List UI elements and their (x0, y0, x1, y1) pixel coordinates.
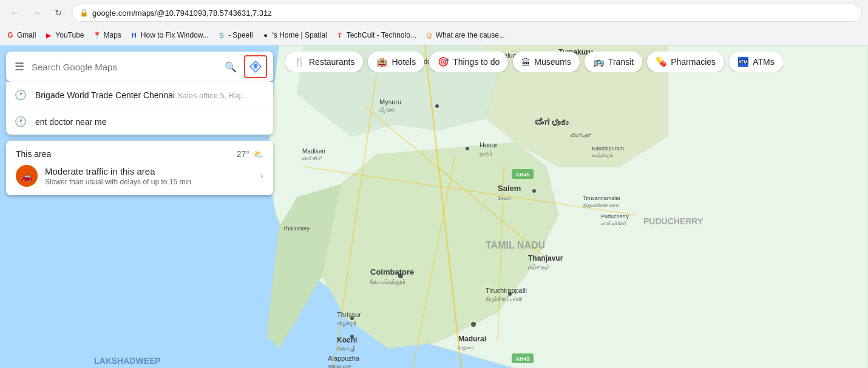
spatial-icon: ● (262, 31, 270, 39)
history-icon-0: 🕐 (15, 89, 27, 101)
hotels-icon: 🏨 (376, 56, 388, 67)
forward-button[interactable]: → (28, 4, 45, 21)
refresh-button[interactable]: ↻ (50, 4, 67, 21)
hamburger-menu-icon[interactable]: ☰ (12, 58, 27, 76)
history-icon-1: 🕐 (15, 116, 27, 127)
svg-point-18 (471, 322, 476, 327)
bookmark-gmail-label: Gmail (17, 31, 36, 39)
autocomplete-main-0: Brigade World Trade Center Chennai (35, 90, 175, 100)
svg-text:திருவண்ணாமலை: திருவண்ணாமலை (583, 202, 619, 209)
address-bar-row: ← → ↻ 🔒 google.com/maps/@10.7941093,78.5… (0, 0, 868, 25)
traffic-icon-circle: 🚗 (16, 165, 38, 187)
bookmark-howtofix[interactable]: H How to Fix Window... (130, 31, 209, 39)
svg-text:കൊച്ചി: കൊച്ചി (337, 346, 355, 352)
pill-restaurants[interactable]: 🍴 Restaurants (285, 52, 363, 72)
pill-museums[interactable]: 🏛 Museums (513, 52, 580, 72)
pill-things-to-do[interactable]: 🎯 Things to do (429, 52, 508, 72)
search-bar: ☰ 🔍 (6, 52, 273, 82)
car-icon: 🚗 (21, 170, 33, 182)
pill-museums-label: Museums (534, 57, 571, 67)
traffic-title: Moderate traffic in this area (45, 166, 253, 176)
bookmark-speeli-label: - Speeli (228, 31, 253, 39)
bookmark-youtube[interactable]: ▶ YouTube (44, 31, 84, 39)
techcult-icon: T (336, 31, 344, 39)
traffic-chevron-icon[interactable]: › (260, 170, 263, 181)
bookmark-maps[interactable]: 📍 Maps (93, 31, 121, 39)
svg-text:ആലപ്പുഴ: ആലപ്പുഴ (328, 363, 351, 368)
bookmark-whatare[interactable]: Q What are the cause... (425, 31, 505, 39)
traffic-text: Moderate traffic in this area Slower tha… (45, 166, 253, 186)
pill-transit[interactable]: 🚌 Transit (585, 52, 642, 72)
svg-text:Thalassery: Thalassery (283, 226, 310, 232)
traffic-card: This area 27° ⛅ 🚗 Moderate traffic in th… (6, 141, 273, 195)
bookmark-howtofix-label: How to Fix Window... (141, 31, 209, 39)
pill-pharmacies-label: Pharmacies (671, 57, 716, 67)
directions-icon (249, 60, 262, 73)
autocomplete-item-0[interactable]: 🕐 Brigade World Trade Center Chennai Sal… (6, 82, 273, 109)
youtube-icon: ▶ (44, 31, 53, 39)
url-text: google.com/maps/@10.7941093,78.5743631,7… (92, 8, 854, 18)
temperature-text: 27° (237, 149, 249, 159)
traffic-header: This area 27° ⛅ (16, 149, 263, 159)
pill-atms[interactable]: 🏧 ATMs (729, 52, 783, 72)
svg-point-13 (466, 147, 469, 150)
pill-atms-label: ATMs (753, 57, 775, 67)
pharmacies-icon: 💊 (656, 56, 667, 67)
bookmark-spatial[interactable]: ● 's Home | Spatial (262, 31, 327, 39)
pill-restaurants-label: Restaurants (309, 57, 354, 67)
bookmarks-row: G Gmail ▶ YouTube 📍 Maps H How to Fix Wi… (0, 25, 868, 45)
bookmark-spatial-label: 's Home | Spatial (273, 31, 327, 39)
pill-things-to-do-label: Things to do (453, 57, 500, 67)
traffic-row[interactable]: 🚗 Moderate traffic in this area Slower t… (16, 165, 263, 187)
autocomplete-sub-0: Sales office 5, Raj... (177, 91, 247, 100)
lock-icon: 🔒 (80, 8, 89, 17)
left-panel: ☰ 🔍 🕐 Brigade World Trade Center Chennai… (0, 45, 279, 201)
map-container[interactable]: Mysuru ಮೈಸೂರು Hosur ஒசூர் Salem சேலம் Co… (0, 45, 868, 368)
bookmark-gmail[interactable]: G Gmail (6, 31, 36, 39)
temp-weather: 27° ⛅ (237, 149, 263, 159)
traffic-subtitle: Slower than usual with delays of up to 1… (45, 178, 253, 186)
museums-icon: 🏛 (521, 57, 531, 67)
svg-text:சேலம்: சேலம் (498, 195, 511, 201)
svg-text:திருச்சிராப்பள்ளி: திருச்சிராப்பள்ளி (486, 296, 523, 303)
svg-point-14 (532, 189, 536, 193)
svg-text:PUDUCHERRY: PUDUCHERRY (643, 216, 704, 226)
autocomplete-text-0: Brigade World Trade Center Chennai Sales… (35, 90, 247, 100)
pill-pharmacies[interactable]: 💊 Pharmacies (647, 52, 724, 72)
svg-text:ವೆಲ್ಲೂರ್: ವೆಲ್ಲೂರ್ (571, 133, 591, 139)
browser-chrome: ← → ↻ 🔒 google.com/maps/@10.7941093,78.5… (0, 0, 868, 45)
svg-text:Salem: Salem (498, 184, 521, 193)
svg-text:Hosur: Hosur (480, 141, 498, 149)
svg-text:Puducherry: Puducherry (601, 213, 629, 219)
things-to-do-icon: 🎯 (438, 56, 449, 67)
bookmark-speeli[interactable]: S - Speeli (217, 31, 253, 39)
svg-text:Tiruvannamalai: Tiruvannamalai (583, 195, 620, 201)
search-input[interactable] (32, 62, 220, 72)
svg-text:Thanjavur: Thanjavur (528, 254, 563, 263)
bookmark-techcult[interactable]: T TechCult - Technolo... (336, 31, 416, 39)
address-bar[interactable]: 🔒 google.com/maps/@10.7941093,78.5743631… (72, 4, 862, 22)
pill-hotels[interactable]: 🏨 Hotels (368, 52, 424, 72)
svg-text:Madurai: Madurai (458, 335, 486, 343)
bookmark-maps-label: Maps (104, 31, 121, 39)
svg-text:ஒசூர்: ஒசூர் (480, 150, 492, 157)
howtofix-icon: H (130, 31, 138, 39)
svg-text:மதுரை: மதுரை (458, 344, 474, 351)
gmail-icon: G (6, 31, 15, 39)
svg-text:Tiruchirappalli: Tiruchirappalli (486, 287, 527, 294)
pill-hotels-label: Hotels (392, 57, 416, 67)
svg-text:Coimbatore: Coimbatore (370, 267, 414, 276)
area-label: This area (16, 149, 51, 159)
svg-text:TAMIL NADU: TAMIL NADU (486, 240, 545, 250)
svg-text:Alappuzha: Alappuzha (328, 355, 360, 362)
svg-text:பாண்டிச்சேரி: பாண்டிச்சேரி (601, 221, 626, 226)
category-pills: 🍴 Restaurants 🏨 Hotels 🎯 Things to do 🏛 … (285, 52, 783, 72)
svg-text:காஞ்சிபுரம்: காஞ்சிபுரம் (592, 153, 613, 158)
back-button[interactable]: ← (6, 4, 23, 21)
svg-text:AH45: AH45 (515, 172, 529, 178)
maps-icon: 📍 (93, 31, 101, 39)
autocomplete-item-1[interactable]: 🕐 ent doctor near me (6, 109, 273, 135)
directions-button[interactable] (244, 55, 267, 78)
svg-text:ಮೈಸೂರು: ಮೈಸೂರು (379, 107, 395, 113)
search-button[interactable]: 🔍 (225, 61, 237, 73)
